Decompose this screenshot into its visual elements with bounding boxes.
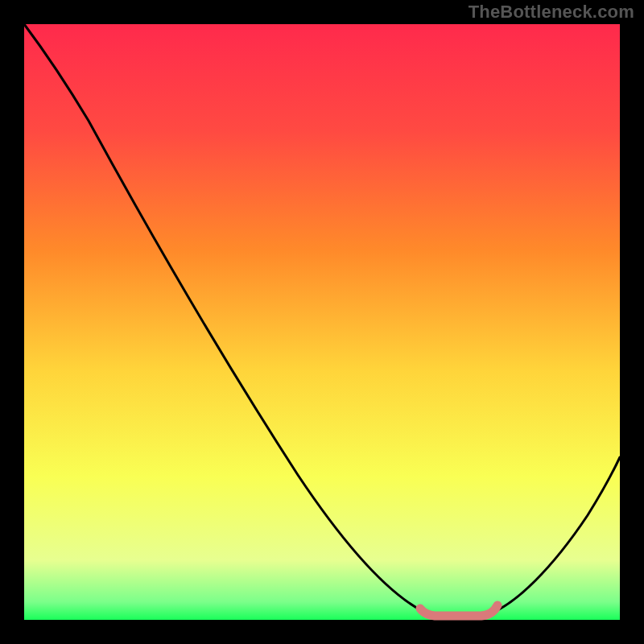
plot-area bbox=[24, 24, 620, 620]
bottleneck-chart bbox=[0, 0, 644, 644]
chart-container: TheBottleneck.com bbox=[0, 0, 644, 644]
watermark-text: TheBottleneck.com bbox=[469, 2, 634, 23]
